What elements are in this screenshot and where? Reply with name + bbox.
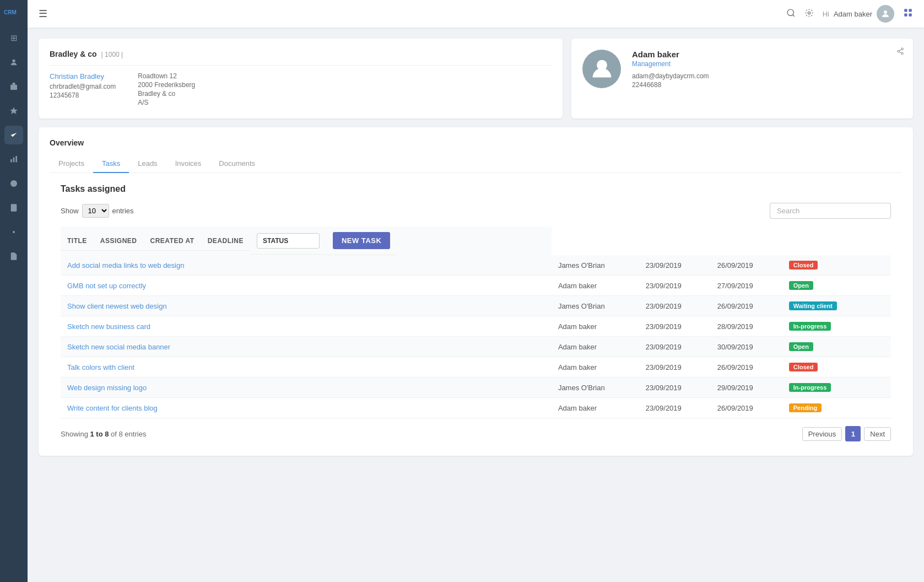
client-contact-name[interactable]: Christian Bradley bbox=[50, 72, 116, 80]
client-phone: 12345678 bbox=[50, 91, 116, 99]
previous-page-button[interactable]: Previous bbox=[802, 427, 842, 441]
svg-line-26 bbox=[899, 52, 901, 53]
invoices-icon[interactable] bbox=[4, 198, 23, 217]
user-avatar-topbar[interactable] bbox=[877, 5, 894, 23]
leads-icon[interactable] bbox=[4, 174, 23, 193]
task-created-cell: 23/09/2019 bbox=[639, 276, 711, 296]
client-address-line1: Roadtown 12 bbox=[138, 72, 195, 80]
tasks-table: TITLE ASSIGNED CREATED AT DEADLINE STATU… bbox=[61, 227, 891, 418]
pagination-controls: Previous 1 Next bbox=[802, 426, 891, 441]
svg-rect-21 bbox=[909, 13, 912, 16]
client-address-line4: A/S bbox=[138, 99, 195, 106]
status-badge: Open bbox=[789, 281, 813, 290]
task-title-link[interactable]: Web design missing logo bbox=[67, 384, 147, 392]
task-actions-cell bbox=[872, 378, 891, 398]
task-deadline-cell: 27/09/2019 bbox=[711, 276, 782, 296]
dashboard-icon[interactable]: ⊞ bbox=[4, 29, 23, 47]
pagination-text-start: Showing bbox=[61, 430, 90, 438]
task-actions-cell bbox=[872, 316, 891, 337]
task-actions-cell bbox=[872, 398, 891, 418]
task-status-cell: Pending bbox=[782, 398, 872, 418]
task-deadline-cell: 28/09/2019 bbox=[711, 316, 782, 337]
status-filter-select[interactable]: STATUS Open Closed In-progress Pending W… bbox=[257, 233, 320, 249]
rep-card: Adam baker Management adam@daybydaycrm.c… bbox=[571, 39, 913, 118]
task-assigned-cell: Adam baker bbox=[552, 337, 639, 357]
task-title-cell: Add social media links to web design bbox=[61, 255, 552, 276]
task-status-cell: Closed bbox=[782, 255, 872, 276]
task-deadline-cell: 26/09/2019 bbox=[711, 296, 782, 316]
settings-icon[interactable] bbox=[4, 223, 23, 241]
tab-tasks[interactable]: Tasks bbox=[93, 155, 129, 173]
svg-line-15 bbox=[792, 14, 794, 16]
tab-documents[interactable]: Documents bbox=[210, 155, 264, 173]
task-created-cell: 23/09/2019 bbox=[639, 316, 711, 337]
task-title-cell: Web design missing logo bbox=[61, 378, 552, 398]
svg-rect-6 bbox=[15, 156, 17, 162]
status-badge: Closed bbox=[789, 261, 818, 270]
tab-projects[interactable]: Projects bbox=[50, 155, 93, 173]
task-assigned-cell: James O'Brian bbox=[552, 296, 639, 316]
hamburger-menu[interactable]: ☰ bbox=[39, 8, 47, 20]
svg-rect-2 bbox=[10, 85, 17, 90]
rep-avatar bbox=[582, 50, 621, 88]
task-created-cell: 23/09/2019 bbox=[639, 378, 711, 398]
task-assigned-cell: Adam baker bbox=[552, 357, 639, 378]
documents-icon[interactable] bbox=[4, 247, 23, 266]
task-deadline-cell: 26/09/2019 bbox=[711, 255, 782, 276]
settings-gear-icon[interactable] bbox=[804, 8, 814, 20]
svg-point-25 bbox=[901, 52, 904, 55]
task-actions-cell bbox=[872, 337, 891, 357]
task-title-link[interactable]: Sketch new social media banner bbox=[67, 343, 170, 351]
task-title-cell: Sketch new social media banner bbox=[61, 337, 552, 357]
search-input[interactable] bbox=[770, 203, 891, 219]
task-title-link[interactable]: Talk colors with client bbox=[67, 363, 134, 371]
app-logo[interactable]: CRM bbox=[4, 7, 24, 18]
pagination: Showing 1 to 8 of 8 entries Previous 1 N… bbox=[61, 418, 891, 445]
svg-marker-3 bbox=[10, 107, 17, 114]
status-badge: Open bbox=[789, 342, 813, 351]
task-title-link[interactable]: Write content for clients blog bbox=[67, 404, 158, 412]
col-title: TITLE bbox=[61, 231, 94, 251]
search-icon[interactable] bbox=[786, 8, 796, 20]
current-page-number[interactable]: 1 bbox=[845, 426, 861, 441]
info-row: Bradley & co | 1000 | Christian Bradley … bbox=[39, 39, 913, 118]
rep-email: adam@daybydaycrm.com bbox=[632, 72, 902, 80]
table-row: Write content for clients blog Adam bake… bbox=[61, 398, 891, 418]
reports-icon[interactable] bbox=[4, 150, 23, 169]
contacts-icon[interactable] bbox=[4, 53, 23, 72]
overview-card: Overview Projects Tasks Leads Invoices D… bbox=[39, 127, 913, 456]
svg-rect-18 bbox=[904, 9, 907, 12]
entries-select[interactable]: 10 25 50 bbox=[82, 204, 109, 218]
task-status-cell: Open bbox=[782, 276, 872, 296]
deals-icon[interactable] bbox=[4, 101, 23, 120]
tab-invoices[interactable]: Invoices bbox=[166, 155, 210, 173]
task-title-link[interactable]: Sketch new business card bbox=[67, 322, 150, 331]
companies-icon[interactable] bbox=[4, 77, 23, 96]
svg-point-24 bbox=[898, 50, 900, 52]
svg-rect-19 bbox=[909, 9, 912, 12]
client-address: Roadtown 12 2000 Frederiksberg Bradley &… bbox=[138, 72, 195, 107]
pagination-text-end: of 8 entries bbox=[109, 430, 146, 438]
svg-text:CRM: CRM bbox=[4, 9, 17, 15]
tasks-tbody: Add social media links to web design Jam… bbox=[61, 255, 891, 418]
task-title-link[interactable]: Add social media links to web design bbox=[67, 261, 184, 270]
tab-leads[interactable]: Leads bbox=[129, 155, 166, 173]
task-created-cell: 23/09/2019 bbox=[639, 296, 711, 316]
svg-point-23 bbox=[901, 48, 904, 50]
col-status: STATUS Open Closed In-progress Pending W… bbox=[250, 228, 326, 255]
task-title-link[interactable]: Show client newest web design bbox=[67, 302, 167, 310]
client-card-header: Bradley & co | 1000 | bbox=[50, 50, 552, 66]
task-actions-cell bbox=[872, 296, 891, 316]
main-area: ☰ Hi Adam baker bbox=[28, 0, 924, 582]
grid-icon[interactable] bbox=[903, 8, 913, 20]
tasks-icon[interactable] bbox=[4, 126, 23, 144]
new-task-button[interactable]: NEW TASK bbox=[333, 232, 390, 249]
rep-share-icon[interactable] bbox=[896, 47, 904, 57]
table-row: Sketch new business card Adam baker 23/0… bbox=[61, 316, 891, 337]
rep-phone: 22446688 bbox=[632, 81, 902, 89]
task-title-link[interactable]: GMB not set up correctly bbox=[67, 282, 146, 290]
svg-point-16 bbox=[808, 12, 810, 14]
next-page-button[interactable]: Next bbox=[864, 427, 891, 441]
svg-point-17 bbox=[884, 10, 887, 14]
task-title-cell: Write content for clients blog bbox=[61, 398, 552, 418]
